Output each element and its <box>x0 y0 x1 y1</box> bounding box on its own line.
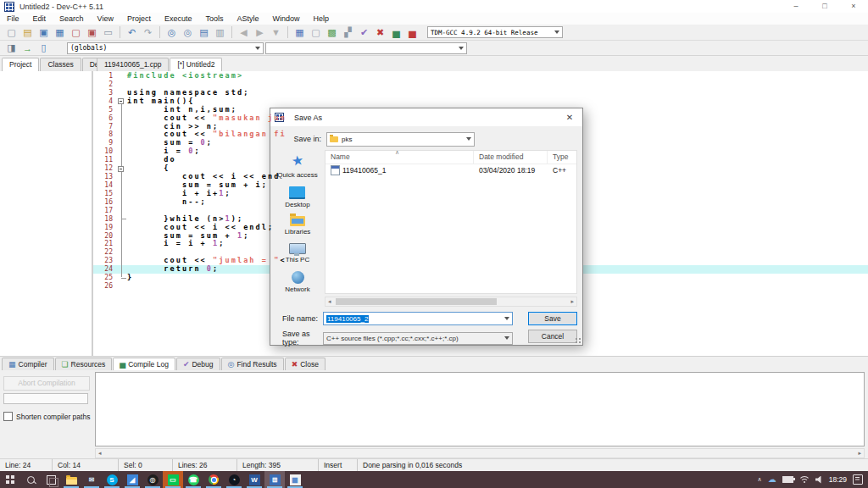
print-button[interactable]: ▭ <box>100 25 116 40</box>
menu-tools[interactable]: Tools <box>198 13 230 25</box>
save-button[interactable]: Save <box>528 312 577 325</box>
tab-find-results[interactable]: ◎Find Results <box>221 358 284 370</box>
menu-search[interactable]: Search <box>53 13 91 25</box>
swap-header-source-button[interactable]: ▥ <box>212 25 228 40</box>
compile-log-output[interactable] <box>95 372 865 446</box>
code-line[interactable]: sum = sum + i; <box>127 181 868 190</box>
menu-file[interactable]: File <box>0 13 26 25</box>
tab-debug[interactable]: ✔Debug <box>176 358 220 370</box>
menu-project[interactable]: Project <box>120 13 158 25</box>
menu-execute[interactable]: Execute <box>158 13 199 25</box>
profile-analysis-button[interactable]: ▅ <box>388 25 404 40</box>
clock[interactable]: 18:29 <box>829 475 847 484</box>
menu-edit[interactable]: Edit <box>26 13 53 25</box>
find-button[interactable]: ◎ <box>164 25 180 40</box>
taskbar-search[interactable] <box>20 471 41 488</box>
taskbar-photos[interactable]: ◢ <box>122 471 142 488</box>
rebuild-all-button[interactable]: ▞ <box>340 25 356 40</box>
minimize-button[interactable]: – <box>782 0 810 13</box>
code-line[interactable]: } <box>127 274 868 282</box>
code-line[interactable]: sum = sum + 1; <box>127 232 868 241</box>
code-fold-column[interactable] <box>115 72 127 355</box>
tab-close[interactable]: ✖Close <box>285 358 326 370</box>
taskbar-mail[interactable]: ✉ <box>81 471 102 488</box>
cancel-button[interactable]: Cancel <box>528 330 577 343</box>
code-line[interactable] <box>127 282 868 291</box>
code-line[interactable]: cout << "masukan jum <box>127 114 868 123</box>
code-line[interactable]: int main(){ <box>127 97 868 106</box>
compile-and-run-button[interactable]: ▩ <box>324 25 340 40</box>
code-line[interactable]: i + i+1; <box>127 190 868 198</box>
forward-button[interactable]: ▶ <box>252 25 268 40</box>
delete-profiling-button[interactable]: ▅ <box>404 25 420 40</box>
maximize-button[interactable]: □ <box>810 0 839 13</box>
code-line[interactable]: do <box>127 156 868 164</box>
taskbar-skype[interactable]: S <box>102 471 122 488</box>
tab-compiler[interactable]: ▦Compiler <box>2 358 54 370</box>
scroll-left-icon[interactable]: ◂ <box>326 298 334 305</box>
run-button[interactable]: ▢ <box>308 25 324 40</box>
back-button[interactable]: ◀ <box>236 25 252 40</box>
project-panel[interactable] <box>0 71 93 356</box>
taskbar-task-view[interactable] <box>41 471 61 488</box>
syntax-check-button[interactable]: ✔ <box>356 25 372 40</box>
scroll-left-icon[interactable]: ◂ <box>96 450 104 457</box>
close-all-button[interactable]: ▣ <box>84 25 100 40</box>
fold-collapse-icon[interactable] <box>118 166 124 172</box>
taskbar-chrome[interactable] <box>203 471 224 488</box>
editor-tab[interactable]: 119410065_1.cpp <box>97 58 169 71</box>
tab-classes[interactable]: Classes <box>40 58 81 71</box>
abort-button[interactable]: ✖ <box>372 25 388 40</box>
scrollbar-thumb[interactable] <box>336 298 497 305</box>
file-name-input[interactable]: 119410065_2 <box>323 312 513 325</box>
abort-compilation-button[interactable]: Abort Compilation <box>3 376 90 391</box>
taskbar-obs[interactable]: ◔ <box>224 471 244 488</box>
code-line[interactable]: sum = 0; <box>127 139 868 147</box>
taskbar-dev-cpp[interactable]: ⊞ <box>264 471 285 488</box>
code-line[interactable]: cout << "bilangan fi <box>127 130 868 139</box>
fold-collapse-icon[interactable] <box>118 98 124 104</box>
tab-resources[interactable]: ❏Resources <box>55 358 113 370</box>
new-unit-button[interactable]: ◨ <box>3 41 19 56</box>
save-all-button[interactable]: ▦ <box>52 25 68 40</box>
close-file-button[interactable]: ▢ <box>68 25 84 40</box>
battery-icon[interactable] <box>782 476 793 483</box>
replace-button[interactable]: ◎ <box>180 25 196 40</box>
redo-button[interactable]: ↷ <box>140 25 156 40</box>
taskbar-start[interactable] <box>0 471 20 488</box>
resize-grip[interactable] <box>575 337 581 344</box>
taskbar-line[interactable]: ▭ <box>163 471 183 488</box>
code-line[interactable]: using namespace std; <box>127 89 868 97</box>
code-line[interactable]: return 0; <box>127 265 868 274</box>
taskbar-whatsapp[interactable]: ☎ <box>183 471 203 488</box>
code-line[interactable]: cout << "jumlah = "< <box>127 257 868 265</box>
close-button[interactable]: × <box>839 0 868 13</box>
goto-line-button[interactable]: ▤ <box>196 25 212 40</box>
add-to-project-button[interactable]: → <box>19 41 36 56</box>
tab-project[interactable]: Project <box>2 58 39 72</box>
scroll-right-icon[interactable]: ▸ <box>568 298 576 305</box>
wifi-icon[interactable] <box>799 476 810 484</box>
shorten-paths-option[interactable]: Shorten compiler paths <box>3 412 90 421</box>
notification-center-icon[interactable] <box>853 474 863 485</box>
save-file-button[interactable]: ▣ <box>36 25 52 40</box>
open-file-button[interactable]: ▤ <box>19 25 36 40</box>
code-line[interactable]: #include <iostream> <box>127 72 868 80</box>
menu-view[interactable]: View <box>91 13 120 25</box>
menu-window[interactable]: Window <box>266 13 307 25</box>
taskbar-file-explorer[interactable] <box>61 471 81 488</box>
checkbox[interactable] <box>3 412 13 421</box>
code-line[interactable]: i = i + 1; <box>127 240 868 248</box>
volume-icon[interactable] <box>815 476 823 484</box>
save-as-type-combo[interactable]: C++ source files (*.cpp;*.cc;*.cxx;*.c++… <box>323 332 513 345</box>
tab-compile-log[interactable]: ▅Compile Log <box>113 358 175 370</box>
editor-tab[interactable]: [*] Untitled2 <box>170 58 222 72</box>
log-hscrollbar[interactable]: ◂ ▸ <box>95 448 865 458</box>
scroll-right-icon[interactable]: ▸ <box>855 450 864 457</box>
goto-bookmark-button[interactable]: ▼ <box>268 25 284 40</box>
code-line[interactable]: n--; <box>127 198 868 207</box>
file-list-hscrollbar[interactable]: ◂ ▸ <box>325 297 577 307</box>
undo-button[interactable]: ↶ <box>124 25 140 40</box>
menu-help[interactable]: Help <box>307 13 337 25</box>
members-combo[interactable] <box>265 42 467 54</box>
